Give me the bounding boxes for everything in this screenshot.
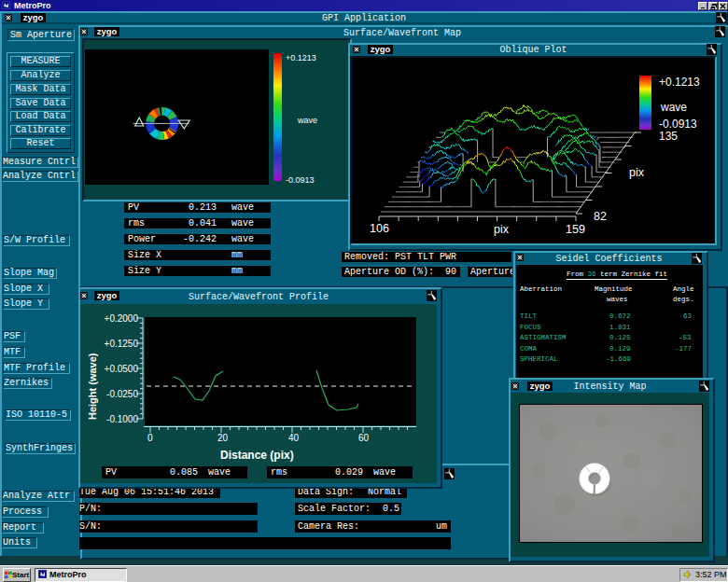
svg-text:135: 135 [659,130,678,143]
svg-text:82: 82 [594,210,607,223]
svg-text:wave: wave [660,101,687,114]
svg-text:+0.1213: +0.1213 [659,76,700,89]
svg-text:159: 159 [566,223,585,236]
svg-text:106: 106 [370,222,389,235]
svg-text:-0.0913: -0.0913 [659,118,697,131]
svg-text:pix: pix [494,223,510,236]
svg-text:pix: pix [629,166,645,179]
